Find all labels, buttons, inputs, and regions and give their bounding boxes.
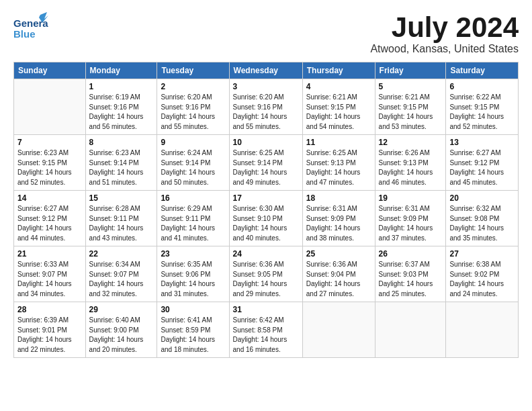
- table-row: 2Sunrise: 6:20 AM Sunset: 9:16 PM Daylig…: [157, 79, 229, 135]
- day-content: Sunrise: 6:24 AM Sunset: 9:14 PM Dayligh…: [161, 148, 225, 187]
- day-number: 12: [379, 138, 443, 147]
- table-row: 10Sunrise: 6:25 AM Sunset: 9:14 PM Dayli…: [229, 135, 302, 191]
- table-row: 21Sunrise: 6:33 AM Sunset: 9:07 PM Dayli…: [14, 246, 86, 302]
- calendar-week-row: 14Sunrise: 6:27 AM Sunset: 9:12 PM Dayli…: [14, 191, 519, 246]
- table-row: 19Sunrise: 6:31 AM Sunset: 9:09 PM Dayli…: [375, 191, 446, 246]
- day-number: 20: [449, 193, 515, 203]
- table-row: 23Sunrise: 6:35 AM Sunset: 9:06 PM Dayli…: [157, 246, 229, 302]
- table-row: 15Sunrise: 6:28 AM Sunset: 9:11 PM Dayli…: [85, 191, 157, 246]
- day-content: Sunrise: 6:20 AM Sunset: 9:16 PM Dayligh…: [233, 93, 299, 132]
- calendar-week-row: 21Sunrise: 6:33 AM Sunset: 9:07 PM Dayli…: [14, 246, 519, 302]
- day-content: Sunrise: 6:29 AM Sunset: 9:11 PM Dayligh…: [161, 204, 225, 243]
- day-content: Sunrise: 6:25 AM Sunset: 9:14 PM Dayligh…: [233, 148, 299, 187]
- table-row: 27Sunrise: 6:38 AM Sunset: 9:02 PM Dayli…: [446, 246, 519, 302]
- day-content: Sunrise: 6:39 AM Sunset: 9:01 PM Dayligh…: [17, 316, 82, 355]
- day-number: 2: [161, 82, 225, 91]
- day-number: 6: [449, 82, 515, 91]
- table-row: 11Sunrise: 6:25 AM Sunset: 9:13 PM Dayli…: [302, 135, 375, 191]
- day-content: Sunrise: 6:42 AM Sunset: 8:58 PM Dayligh…: [233, 316, 299, 355]
- day-content: Sunrise: 6:19 AM Sunset: 9:16 PM Dayligh…: [89, 93, 154, 132]
- day-number: 14: [17, 193, 82, 203]
- table-row: 13Sunrise: 6:27 AM Sunset: 9:12 PM Dayli…: [446, 135, 519, 191]
- subtitle: Atwood, Kansas, United States: [370, 43, 519, 55]
- table-row: [446, 302, 519, 358]
- logo-icon: GeneralBlue: [13, 12, 48, 40]
- day-content: Sunrise: 6:31 AM Sunset: 9:09 PM Dayligh…: [306, 204, 371, 243]
- table-row: 14Sunrise: 6:27 AM Sunset: 9:12 PM Dayli…: [14, 191, 86, 246]
- day-number: 22: [89, 249, 154, 259]
- day-number: 23: [161, 249, 225, 259]
- calendar-table: SundayMondayTuesdayWednesdayThursdayFrid…: [13, 62, 519, 358]
- table-row: 16Sunrise: 6:29 AM Sunset: 9:11 PM Dayli…: [157, 191, 229, 246]
- day-content: Sunrise: 6:36 AM Sunset: 9:04 PM Dayligh…: [306, 260, 371, 299]
- day-content: Sunrise: 6:25 AM Sunset: 9:13 PM Dayligh…: [306, 148, 371, 187]
- day-content: Sunrise: 6:23 AM Sunset: 9:15 PM Dayligh…: [17, 148, 82, 187]
- table-row: 29Sunrise: 6:40 AM Sunset: 9:00 PM Dayli…: [85, 302, 157, 358]
- day-number: 30: [161, 305, 225, 314]
- day-content: Sunrise: 6:32 AM Sunset: 9:08 PM Dayligh…: [449, 204, 515, 243]
- calendar-header-row: SundayMondayTuesdayWednesdayThursdayFrid…: [14, 62, 519, 79]
- day-content: Sunrise: 6:22 AM Sunset: 9:15 PM Dayligh…: [449, 93, 515, 132]
- table-row: 12Sunrise: 6:26 AM Sunset: 9:13 PM Dayli…: [375, 135, 446, 191]
- header: GeneralBlue July 2024 Atwood, Kansas, Un…: [13, 12, 519, 55]
- table-row: 25Sunrise: 6:36 AM Sunset: 9:04 PM Dayli…: [302, 246, 375, 302]
- table-row: 28Sunrise: 6:39 AM Sunset: 9:01 PM Dayli…: [14, 302, 86, 358]
- day-content: Sunrise: 6:21 AM Sunset: 9:15 PM Dayligh…: [379, 93, 443, 132]
- table-row: [302, 302, 375, 358]
- calendar-week-row: 1Sunrise: 6:19 AM Sunset: 9:16 PM Daylig…: [14, 79, 519, 135]
- table-row: 3Sunrise: 6:20 AM Sunset: 9:16 PM Daylig…: [229, 79, 302, 135]
- table-row: 9Sunrise: 6:24 AM Sunset: 9:14 PM Daylig…: [157, 135, 229, 191]
- day-number: 9: [161, 138, 225, 147]
- calendar-day-header: Sunday: [14, 62, 86, 79]
- day-content: Sunrise: 6:35 AM Sunset: 9:06 PM Dayligh…: [161, 260, 225, 299]
- day-content: Sunrise: 6:34 AM Sunset: 9:07 PM Dayligh…: [89, 260, 154, 299]
- day-content: Sunrise: 6:33 AM Sunset: 9:07 PM Dayligh…: [17, 260, 82, 299]
- day-number: 5: [379, 82, 443, 91]
- calendar-day-header: Saturday: [446, 62, 519, 79]
- calendar-day-header: Friday: [375, 62, 446, 79]
- day-number: 15: [89, 193, 154, 203]
- day-number: 21: [17, 249, 82, 259]
- day-number: 10: [233, 138, 299, 147]
- day-number: 13: [449, 138, 515, 147]
- day-number: 1: [89, 82, 154, 91]
- table-row: 20Sunrise: 6:32 AM Sunset: 9:08 PM Dayli…: [446, 191, 519, 246]
- day-number: 17: [233, 193, 299, 203]
- day-number: 26: [379, 249, 443, 259]
- page: GeneralBlue July 2024 Atwood, Kansas, Un…: [0, 0, 532, 365]
- table-row: 24Sunrise: 6:36 AM Sunset: 9:05 PM Dayli…: [229, 246, 302, 302]
- day-content: Sunrise: 6:27 AM Sunset: 9:12 PM Dayligh…: [449, 148, 515, 187]
- calendar-week-row: 7Sunrise: 6:23 AM Sunset: 9:15 PM Daylig…: [14, 135, 519, 191]
- table-row: 18Sunrise: 6:31 AM Sunset: 9:09 PM Dayli…: [302, 191, 375, 246]
- calendar-day-header: Thursday: [302, 62, 375, 79]
- day-content: Sunrise: 6:36 AM Sunset: 9:05 PM Dayligh…: [233, 260, 299, 299]
- day-content: Sunrise: 6:28 AM Sunset: 9:11 PM Dayligh…: [89, 204, 154, 243]
- day-number: 24: [233, 249, 299, 259]
- calendar-day-header: Tuesday: [157, 62, 229, 79]
- day-content: Sunrise: 6:37 AM Sunset: 9:03 PM Dayligh…: [379, 260, 443, 299]
- table-row: 5Sunrise: 6:21 AM Sunset: 9:15 PM Daylig…: [375, 79, 446, 135]
- table-row: 7Sunrise: 6:23 AM Sunset: 9:15 PM Daylig…: [14, 135, 86, 191]
- day-content: Sunrise: 6:20 AM Sunset: 9:16 PM Dayligh…: [161, 93, 225, 132]
- table-row: 17Sunrise: 6:30 AM Sunset: 9:10 PM Dayli…: [229, 191, 302, 246]
- table-row: 22Sunrise: 6:34 AM Sunset: 9:07 PM Dayli…: [85, 246, 157, 302]
- svg-text:General: General: [13, 17, 48, 29]
- day-content: Sunrise: 6:40 AM Sunset: 9:00 PM Dayligh…: [89, 316, 154, 355]
- day-number: 29: [89, 305, 154, 314]
- table-row: 6Sunrise: 6:22 AM Sunset: 9:15 PM Daylig…: [446, 79, 519, 135]
- table-row: [375, 302, 446, 358]
- table-row: 26Sunrise: 6:37 AM Sunset: 9:03 PM Dayli…: [375, 246, 446, 302]
- logo: GeneralBlue: [13, 12, 48, 40]
- day-number: 8: [89, 138, 154, 147]
- calendar-day-header: Monday: [85, 62, 157, 79]
- table-row: 8Sunrise: 6:23 AM Sunset: 9:14 PM Daylig…: [85, 135, 157, 191]
- title-area: July 2024 Atwood, Kansas, United States: [370, 12, 519, 55]
- day-content: Sunrise: 6:21 AM Sunset: 9:15 PM Dayligh…: [306, 93, 371, 132]
- day-content: Sunrise: 6:41 AM Sunset: 8:59 PM Dayligh…: [161, 316, 225, 355]
- day-content: Sunrise: 6:30 AM Sunset: 9:10 PM Dayligh…: [233, 204, 299, 243]
- calendar-day-header: Wednesday: [229, 62, 302, 79]
- svg-text:Blue: Blue: [13, 28, 36, 40]
- day-number: 4: [306, 82, 371, 91]
- day-number: 28: [17, 305, 82, 314]
- day-number: 3: [233, 82, 299, 91]
